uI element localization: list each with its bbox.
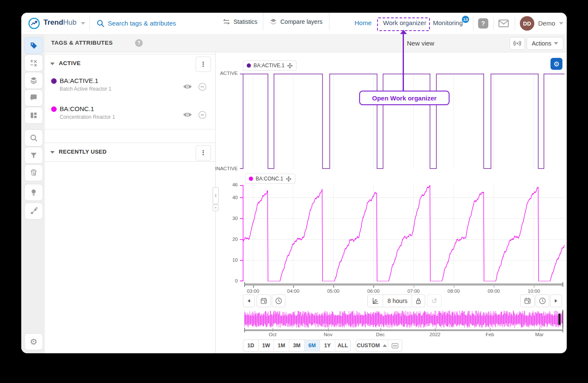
pan-right-button[interactable] <box>550 294 562 307</box>
active-section-menu-button[interactable]: ⋮ <box>196 57 211 72</box>
end-time-button[interactable] <box>536 294 549 307</box>
hour-tick <box>454 286 455 288</box>
y-tick: 46 <box>221 182 238 187</box>
tag-icon <box>29 41 38 50</box>
y-tick: 10 <box>221 257 238 263</box>
hour-tick <box>373 286 374 288</box>
mail-icon[interactable] <box>499 20 509 27</box>
range-button-group: 1D 1W 1M 3M 6M 1Y ALL <box>243 340 351 352</box>
move-handle-icon[interactable] <box>287 63 293 69</box>
nav-home[interactable]: Home <box>355 19 372 26</box>
chevron-down-icon <box>554 42 558 45</box>
series-name: BA:ACTIVE.1 <box>254 63 285 69</box>
series-name: BA:CONC.1 <box>256 176 283 182</box>
user-menu-chevron-icon[interactable] <box>559 22 563 25</box>
expand-range-button[interactable] <box>388 340 402 351</box>
filter-icon <box>29 151 38 160</box>
rail-calculations-button[interactable] <box>24 54 43 71</box>
rail-dashboard-button[interactable] <box>24 107 43 124</box>
rail-settings-button[interactable]: ⚙ <box>24 333 43 350</box>
tag-row-ba-active[interactable]: BA:ACTIVE.1 Batch Active Reactor 1 <box>45 73 215 101</box>
panel-collapse-button[interactable]: × <box>213 204 219 211</box>
panel-resize-handle[interactable]: ‖ <box>213 187 219 204</box>
legend-chip-ba-active[interactable]: BA:ACTIVE.1 <box>243 60 297 71</box>
tag-color-dot <box>51 106 57 112</box>
analog-trend-chart[interactable] <box>239 185 565 281</box>
visibility-eye-icon[interactable] <box>183 83 192 90</box>
range-3m[interactable]: 3M <box>289 340 305 351</box>
tab-compare-layers[interactable]: Compare layers <box>263 13 329 31</box>
rail-context-graph-button[interactable] <box>24 203 43 220</box>
range-1y[interactable]: 1Y <box>320 340 335 351</box>
live-broadcast-button[interactable] <box>510 37 525 50</box>
brand-chevron-icon[interactable] <box>81 22 85 25</box>
duration-control: 8 hours <box>367 294 425 307</box>
rail-suggestions-button[interactable] <box>24 184 43 201</box>
start-date-button[interactable] <box>257 294 271 307</box>
chevron-right-icon <box>555 299 557 303</box>
tab-statistics[interactable]: Statistics <box>215 13 263 31</box>
calculations-icon <box>29 59 38 67</box>
digital-trend-chart[interactable] <box>239 74 565 169</box>
start-time-button[interactable] <box>272 294 285 307</box>
recently-used-section-header[interactable]: RECENTLY USED ⋮ <box>45 143 215 162</box>
avatar[interactable]: DD <box>520 16 534 31</box>
rail-search-button[interactable] <box>24 129 43 146</box>
range-1d[interactable]: 1D <box>243 340 259 351</box>
node-graph-icon <box>29 207 38 215</box>
chevron-up-icon <box>383 344 387 347</box>
month-label: 2022 <box>423 332 447 337</box>
rail-fingerprint-button[interactable] <box>24 164 43 181</box>
rail-layers-button[interactable] <box>24 72 43 89</box>
x-tick: 04:00 <box>284 289 303 294</box>
x-tick: 07:00 <box>404 289 423 294</box>
time-axis-bar[interactable] <box>244 283 563 286</box>
chart-settings-button[interactable]: ⚙ <box>551 58 562 70</box>
range-6m[interactable]: 6M <box>305 340 320 351</box>
range-1w[interactable]: 1W <box>259 340 274 351</box>
tag-description: Batch Active Reactor 1 <box>60 86 111 92</box>
move-handle-icon[interactable] <box>286 176 291 182</box>
brand-name[interactable]: TrendHub <box>43 18 76 27</box>
y-tick: 0 <box>221 278 238 283</box>
history-button[interactable]: ↺ <box>427 294 441 307</box>
rail-filter-button[interactable] <box>24 147 43 164</box>
tag-row-ba-conc[interactable]: BA:CONC.1 Concentration Reactor 1 <box>45 101 215 129</box>
x-tick: 05:00 <box>324 289 343 294</box>
end-date-button[interactable] <box>520 294 535 307</box>
rail-tags-button[interactable] <box>24 37 43 54</box>
search-input[interactable]: Search tags & attributes <box>108 20 176 27</box>
rail-comments-button[interactable] <box>24 89 43 106</box>
duration-value[interactable]: 8 hours <box>383 295 412 307</box>
visibility-eye-icon[interactable] <box>183 111 192 118</box>
y-tick: 30 <box>221 216 238 221</box>
remove-tag-icon[interactable] <box>198 83 207 91</box>
custom-range-button[interactable]: CUSTOM <box>356 340 388 351</box>
lock-duration-button[interactable] <box>412 295 425 307</box>
overview-timeline-bar[interactable] <box>244 329 563 331</box>
nav-monitoring[interactable]: Monitoring <box>433 19 463 26</box>
compare-trends-button[interactable] <box>368 295 383 307</box>
collapse-chevron-icon[interactable] <box>50 151 55 154</box>
range-1m[interactable]: 1M <box>274 340 289 351</box>
recently-used-menu-button[interactable]: ⋮ <box>196 145 211 160</box>
chevron-left-icon <box>248 299 250 303</box>
legend-chip-ba-conc[interactable]: BA:CONC.1 <box>245 174 295 184</box>
hour-tick <box>494 286 495 288</box>
tag-name: BA:ACTIVE.1 <box>60 77 98 84</box>
annotation-tooltip[interactable]: Open Work organizer <box>359 91 450 105</box>
overview-context-strip[interactable] <box>244 310 563 329</box>
user-menu-name[interactable]: Demo <box>538 20 555 27</box>
help-icon[interactable]: ? <box>478 18 488 29</box>
tab-label: Compare layers <box>280 18 323 25</box>
lightbulb-icon <box>29 188 38 197</box>
range-all[interactable]: ALL <box>335 340 350 351</box>
pan-left-button[interactable] <box>243 294 255 307</box>
gear-icon: ⚙ <box>30 337 37 347</box>
actions-button[interactable]: Actions <box>527 37 563 50</box>
collapse-chevron-icon[interactable] <box>50 63 55 65</box>
help-circle-icon[interactable]: ? <box>135 39 143 47</box>
active-section-header[interactable]: ACTIVE ⋮ <box>45 54 215 73</box>
clock-icon <box>275 297 282 305</box>
remove-tag-icon[interactable] <box>198 111 207 119</box>
